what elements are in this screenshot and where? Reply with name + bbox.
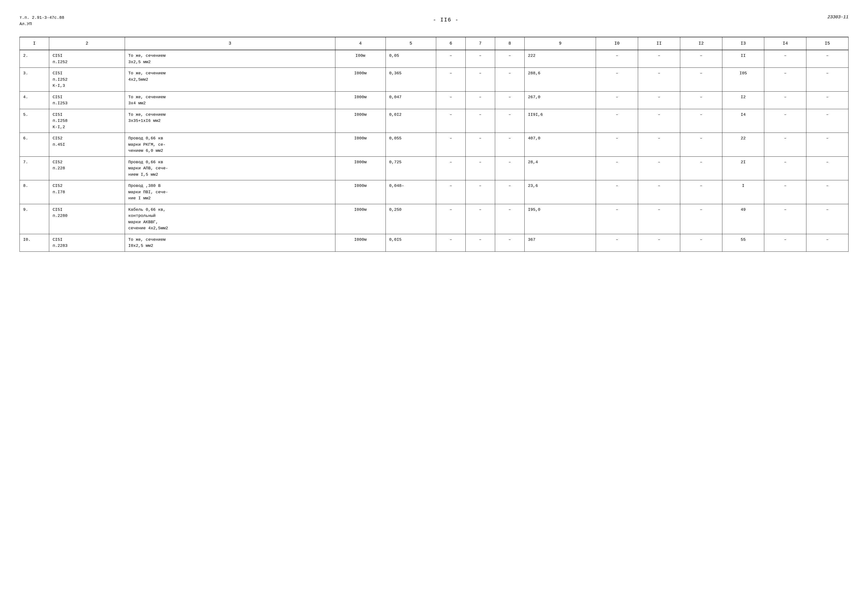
cell-row9-col2: CI5I п.2283 (49, 234, 125, 252)
cell-row7-col7: – (466, 180, 495, 204)
cell-row8-col15: – (806, 204, 848, 234)
cell-row4-col11: – (638, 109, 680, 133)
col-header-11: II (638, 37, 680, 50)
cell-row8-col8: – (495, 204, 524, 234)
cell-row9-col15: – (806, 234, 848, 252)
cell-row2-col12: – (680, 68, 722, 92)
cell-row5-col15: – (806, 133, 848, 157)
cell-row1-col9: 222 (524, 50, 596, 68)
cell-row8-col12: – (680, 204, 722, 234)
table-row: 6.CI52 п.45IПровод 0,66 кв марки РКГМ, с… (20, 133, 848, 157)
cell-row1-col4: I00м (335, 50, 386, 68)
col-header-2: 2 (49, 37, 125, 50)
col-header-13: I3 (722, 37, 764, 50)
col-header-8: 8 (495, 37, 524, 50)
cell-row5-col8: – (495, 133, 524, 157)
doc-number: 2ЗЗ0З-11 (828, 15, 848, 20)
cell-row6-col14: – (764, 156, 806, 180)
page-number: - II6 - (433, 17, 459, 23)
cell-row2-col4: I000м (335, 68, 386, 92)
cell-row4-col15: – (806, 109, 848, 133)
cell-row4-col12: – (680, 109, 722, 133)
cell-row3-col14: – (764, 92, 806, 109)
cell-row1-col3: То же, сечением 3х2,5 мм2 (125, 50, 335, 68)
cell-row3-col2: CI5I п.I253 (49, 92, 125, 109)
cell-row3-col10: – (596, 92, 638, 109)
col-header-14: I4 (764, 37, 806, 50)
cell-row9-col9: 367 (524, 234, 596, 252)
table-row: 3.CI5I п.I252 К-I,3То же, сечением 4х2,5… (20, 68, 848, 92)
table-row: 8.CI52 п.I78Провод ,380 В марки ПВI, сеч… (20, 180, 848, 204)
cell-row9-col14: – (764, 234, 806, 252)
cell-row1-col11: – (638, 50, 680, 68)
header-left: т.п. 2.91-3-47с.88 Ал.УП (20, 15, 64, 27)
cell-row4-col7: – (466, 109, 495, 133)
cell-row9-col3: То же, сечением I0х2,5 мм2 (125, 234, 335, 252)
cell-row6-col10: – (596, 156, 638, 180)
cell-row4-col13: I4 (722, 109, 764, 133)
cell-row4-col14: – (764, 109, 806, 133)
cell-row3-col4: I000м (335, 92, 386, 109)
cell-row9-col7: – (466, 234, 495, 252)
cell-row1-col13: II (722, 50, 764, 68)
cell-row8-col6: – (436, 204, 466, 234)
cell-row4-col1: 5. (20, 109, 49, 133)
cell-row7-col11: – (638, 180, 680, 204)
cell-row1-col12: – (680, 50, 722, 68)
col-header-9: 9 (524, 37, 596, 50)
table-row: 7.CI52 п.228Провод 0,66 кв марки АПВ, се… (20, 156, 848, 180)
cell-row5-col1: 6. (20, 133, 49, 157)
cell-row9-col4: I000м (335, 234, 386, 252)
cell-row6-col8: – (495, 156, 524, 180)
cell-row2-col14: – (764, 68, 806, 92)
cell-row9-col5: 0,0I5 (386, 234, 436, 252)
cell-row7-col6: – (436, 180, 466, 204)
cell-row7-col15: – (806, 180, 848, 204)
cell-row7-col9: 23,6 (524, 180, 596, 204)
cell-row6-col4: I000м (335, 156, 386, 180)
cell-row8-col9: I95,0 (524, 204, 596, 234)
cell-row8-col4: I000м (335, 204, 386, 234)
cell-row2-col8: – (495, 68, 524, 92)
cell-row3-col1: 4. (20, 92, 49, 109)
cell-row2-col10: – (596, 68, 638, 92)
cell-row7-col2: CI52 п.I78 (49, 180, 125, 204)
cell-row3-col11: – (638, 92, 680, 109)
col-header-6: 6 (436, 37, 466, 50)
cell-row4-col10: – (596, 109, 638, 133)
table-row: 5.CI5I п.I258 К-I,2То же, сечением 3х35+… (20, 109, 848, 133)
cell-row8-col3: Кабель 0,66 кв, контрольный марки АКВВГ,… (125, 204, 335, 234)
cell-row7-col8: – (495, 180, 524, 204)
cell-row3-col6: – (436, 92, 466, 109)
cell-row3-col12: – (680, 92, 722, 109)
cell-row9-col1: I0. (20, 234, 49, 252)
cell-row3-col7: – (466, 92, 495, 109)
cell-row7-col3: Провод ,380 В марки ПВI, сече- ние I мм2 (125, 180, 335, 204)
cell-row2-col11: – (638, 68, 680, 92)
cell-row6-col5: 0,725 (386, 156, 436, 180)
cell-row1-col7: – (466, 50, 495, 68)
table-row: 2.CI5I п.I252То же, сечением 3х2,5 мм2I0… (20, 50, 848, 68)
cell-row5-col6: – (436, 133, 466, 157)
cell-row6-col13: 2I (722, 156, 764, 180)
main-table: I 2 3 4 5 6 7 8 9 I0 II I2 I3 I4 I5 2.CI… (20, 37, 848, 252)
col-header-3: 3 (125, 37, 335, 50)
cell-row9-col12: – (680, 234, 722, 252)
cell-row1-col2: CI5I п.I252 (49, 50, 125, 68)
cell-row3-col3: То же, сечением 3х4 мм2 (125, 92, 335, 109)
cell-row7-col10: – (596, 180, 638, 204)
col-header-15: I5 (806, 37, 848, 50)
col-header-4: 4 (335, 37, 386, 50)
col-header-10: I0 (596, 37, 638, 50)
cell-row8-col5: 0,250 (386, 204, 436, 234)
cell-row2-col5: 0,365 (386, 68, 436, 92)
cell-row8-col13: 49 (722, 204, 764, 234)
cell-row5-col11: – (638, 133, 680, 157)
cell-row9-col6: – (436, 234, 466, 252)
table-row: 4.CI5I п.I253То же, сечением 3х4 мм2I000… (20, 92, 848, 109)
table-row: I0.CI5I п.2283То же, сечением I0х2,5 мм2… (20, 234, 848, 252)
cell-row7-col4: I000м (335, 180, 386, 204)
cell-row7-col1: 8. (20, 180, 49, 204)
col-header-12: I2 (680, 37, 722, 50)
cell-row5-col10: – (596, 133, 638, 157)
